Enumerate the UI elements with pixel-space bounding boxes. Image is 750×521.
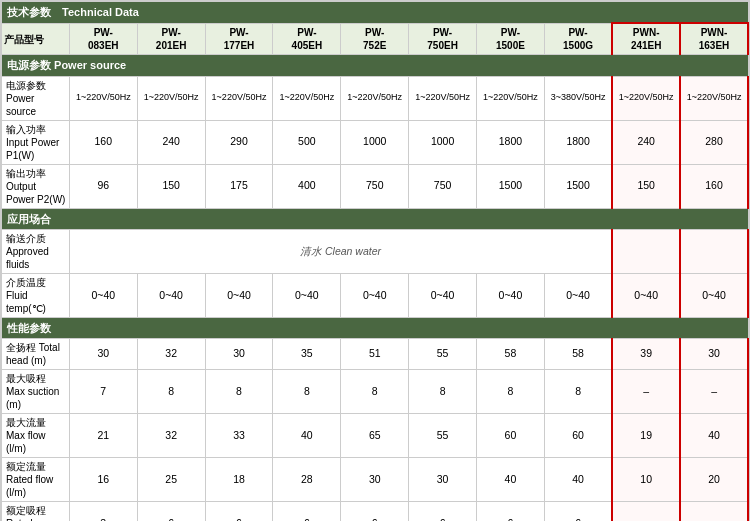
voltage-752: 1~220V/50Hz: [341, 76, 409, 120]
ms-1500g: 8: [544, 370, 612, 414]
voltage-241: 1~220V/50Hz: [612, 76, 680, 120]
voltage-163: 1~220V/50Hz: [680, 76, 748, 120]
rs-1500e: 6: [477, 502, 545, 521]
technical-data-table: 技术参数 Technical Data 产品型号 PW-083EH PW-201…: [0, 0, 750, 521]
input-power-row: 输入功率 Input Power P1(W) 160 240 290 500 1…: [2, 120, 749, 164]
ip-1500g: 1800: [544, 120, 612, 164]
main-title: 技术参数 Technical Data: [2, 2, 749, 24]
ms-1500e: 8: [477, 370, 545, 414]
electrical-label: 电源参数 Power source: [2, 55, 749, 76]
op-083: 96: [69, 164, 137, 208]
th-163: 30: [680, 339, 748, 370]
electrical-section-header: 电源参数 Power source: [2, 55, 749, 76]
th-083: 30: [69, 339, 137, 370]
model-pw201eh: PW-201EH: [137, 23, 205, 55]
th-177: 30: [205, 339, 273, 370]
th-405: 35: [273, 339, 341, 370]
voltage-201: 1~220V/50Hz: [137, 76, 205, 120]
voltage-177: 1~220V/50Hz: [205, 76, 273, 120]
rf-163: 20: [680, 458, 748, 502]
mf-083: 21: [69, 414, 137, 458]
op-1500e: 1500: [477, 164, 545, 208]
fluid-temp-label: 介质温度 Fluid temp(℃): [2, 273, 70, 317]
rf-177: 18: [205, 458, 273, 502]
model-pwn241eh: PWN-241EH: [612, 23, 680, 55]
mf-201: 32: [137, 414, 205, 458]
voltage-750: 1~220V/50Hz: [409, 76, 477, 120]
ip-163: 280: [680, 120, 748, 164]
ip-177: 290: [205, 120, 273, 164]
rs-163: –: [680, 502, 748, 521]
op-1500g: 1500: [544, 164, 612, 208]
rs-1500g: 6: [544, 502, 612, 521]
ms-405: 8: [273, 370, 341, 414]
ms-752: 8: [341, 370, 409, 414]
performance-label: 性能参数: [2, 317, 749, 338]
product-model-label: 产品型号: [2, 23, 70, 55]
th-201: 32: [137, 339, 205, 370]
op-752: 750: [341, 164, 409, 208]
rated-flow-row: 额定流量 Rated flow (l/m) 16 25 18 28 30 30 …: [2, 458, 749, 502]
max-suction-label: 最大吸程 Max suction (m): [2, 370, 70, 414]
ip-752: 1000: [341, 120, 409, 164]
approved-fluids-row: 输送介质 Approved fluids 清水 Clean water: [2, 229, 749, 273]
mf-241: 19: [612, 414, 680, 458]
rf-750: 30: [409, 458, 477, 502]
total-head-row: 全扬程 Total head (m) 30 32 30 35 51 55 58 …: [2, 339, 749, 370]
mf-1500e: 60: [477, 414, 545, 458]
rf-083: 16: [69, 458, 137, 502]
ip-083: 160: [69, 120, 137, 164]
voltage-1500g: 3~380V/50Hz: [544, 76, 612, 120]
ft-1500e: 0~40: [477, 273, 545, 317]
rs-752: 6: [341, 502, 409, 521]
mf-405: 40: [273, 414, 341, 458]
ms-177: 8: [205, 370, 273, 414]
rs-083: 3: [69, 502, 137, 521]
mf-163: 40: [680, 414, 748, 458]
model-pw1500e: PW-1500E: [477, 23, 545, 55]
mf-177: 33: [205, 414, 273, 458]
max-flow-label: 最大流量 Max flow (l/m): [2, 414, 70, 458]
rf-752: 30: [341, 458, 409, 502]
rs-177: 6: [205, 502, 273, 521]
application-label: 应用场合: [2, 208, 749, 229]
af-241: [612, 229, 680, 273]
model-pw1500g: PW-1500G: [544, 23, 612, 55]
ms-083: 7: [69, 370, 137, 414]
ft-405: 0~40: [273, 273, 341, 317]
op-750: 750: [409, 164, 477, 208]
performance-section-header: 性能参数: [2, 317, 749, 338]
voltage-405: 1~220V/50Hz: [273, 76, 341, 120]
main-title-row: 技术参数 Technical Data: [2, 2, 749, 24]
th-750: 55: [409, 339, 477, 370]
model-pw177eh: PW-177EH: [205, 23, 273, 55]
ft-1500g: 0~40: [544, 273, 612, 317]
ip-241: 240: [612, 120, 680, 164]
th-241: 39: [612, 339, 680, 370]
ip-405: 500: [273, 120, 341, 164]
max-suction-row: 最大吸程 Max suction (m) 7 8 8 8 8 8 8 8 – –: [2, 370, 749, 414]
ip-1500e: 1800: [477, 120, 545, 164]
op-241: 150: [612, 164, 680, 208]
voltage-row: 电源参数 Power source 1~220V/50Hz 1~220V/50H…: [2, 76, 749, 120]
mf-1500g: 60: [544, 414, 612, 458]
op-177: 175: [205, 164, 273, 208]
model-pw405eh: PW-405EH: [273, 23, 341, 55]
ip-201: 240: [137, 120, 205, 164]
approved-fluids-label: 输送介质 Approved fluids: [2, 229, 70, 273]
rf-241: 10: [612, 458, 680, 502]
ft-750: 0~40: [409, 273, 477, 317]
ms-750: 8: [409, 370, 477, 414]
mf-752: 65: [341, 414, 409, 458]
rf-201: 25: [137, 458, 205, 502]
rated-flow-label: 额定流量 Rated flow (l/m): [2, 458, 70, 502]
rs-750: 6: [409, 502, 477, 521]
th-752: 51: [341, 339, 409, 370]
title-zh: 技术参数: [7, 6, 51, 18]
total-head-label: 全扬程 Total head (m): [2, 339, 70, 370]
output-power-label: 输出功率 Output Power P2(W): [2, 164, 70, 208]
max-flow-row: 最大流量 Max flow (l/m) 21 32 33 40 65 55 60…: [2, 414, 749, 458]
rs-405: 6: [273, 502, 341, 521]
voltage-083: 1~220V/50Hz: [69, 76, 137, 120]
rf-405: 28: [273, 458, 341, 502]
